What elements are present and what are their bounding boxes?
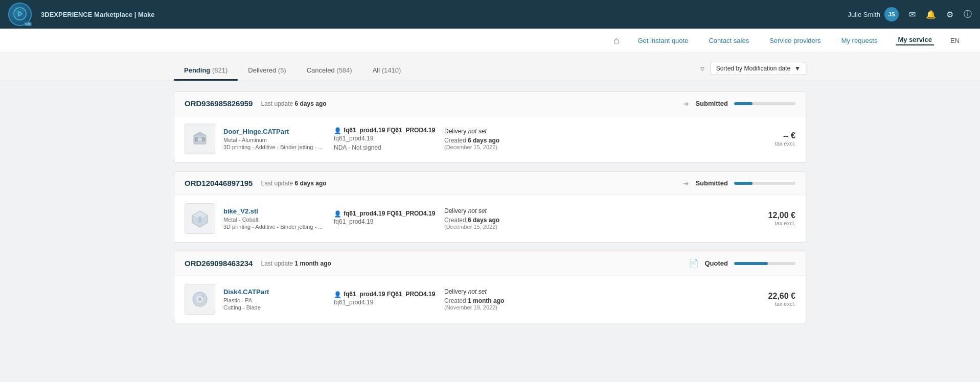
order-card: ORD269098463234 Last update 1 month ago … (174, 251, 806, 323)
item-created: Created 6 days ago (444, 137, 536, 144)
tabs-right: ▿ Sorted by Modification date ▼ (700, 62, 806, 80)
item-provider: 👤 fq61_prod4.19 FQ61_PROD4.19 fq61_prod4… (334, 291, 436, 308)
item-provider: 👤 fq61_prod4.19 FQ61_PROD4.19 fq61_prod4… (334, 127, 436, 151)
item-price-tax: tax excl. (775, 140, 795, 147)
order-progress-bar (734, 102, 795, 105)
subnav-item-service-providers[interactable]: Service providers (767, 37, 823, 44)
order-id: ORD120446897195 (185, 179, 253, 187)
order-progress-fill (734, 262, 768, 265)
svg-point-2 (18, 12, 21, 15)
item-thumbnail (185, 284, 215, 315)
order-header[interactable]: ORD269098463234 Last update 1 month ago … (174, 251, 806, 276)
item-details: Door_Hinge.CATPart Metal - Aluminum 3D p… (223, 128, 326, 150)
order-update: Last update 1 month ago (261, 260, 331, 267)
provider-icon: 👤 (334, 291, 341, 298)
bell-icon[interactable]: 🔔 (926, 10, 936, 19)
order-status-area: ➜ Submitted (683, 100, 795, 108)
item-material: Plastic - PA (223, 297, 326, 303)
filter-icon[interactable]: ▿ (700, 64, 704, 74)
chat-icon[interactable]: ✉ (909, 10, 916, 19)
item-price-tax: tax excl. (768, 220, 795, 226)
item-price-value: 12,00 € (768, 211, 795, 220)
order-progress-fill (734, 182, 753, 185)
order-progress-bar (734, 262, 795, 265)
tabs-area: Pending (821) Delivered (5) Canceled (58… (0, 53, 980, 81)
topbar-right: Julie Smith JS ✉ 🔔 ⚙ ⓘ (848, 7, 972, 21)
order-card: ORD936985826959 Last update 6 days ago ➜… (174, 91, 806, 163)
order-update: Last update 6 days ago (261, 180, 326, 187)
item-delivery-label: Delivery not set (444, 207, 536, 214)
item-name: Door_Hinge.CATPart (223, 128, 326, 135)
item-delivery-label: Delivery not set (444, 128, 536, 135)
order-update: Last update 6 days ago (261, 100, 326, 107)
home-icon[interactable]: ⌂ (614, 35, 620, 46)
help-icon[interactable]: ⓘ (964, 9, 972, 20)
subnav-item-my-service[interactable]: My service (896, 36, 934, 45)
subnav-item-contact-sales[interactable]: Contact sales (706, 37, 751, 44)
item-provider: 👤 fq61_prod4.19 FQ61_PROD4.19 fq61_prod4… (334, 210, 436, 227)
item-provider-id: fq61_prod4.19 (334, 135, 436, 142)
item-process: Cutting - Blade (223, 304, 326, 311)
item-process: 3D printing - Additive - Binder jetting … (223, 144, 326, 150)
order-card: ORD120446897195 Last update 6 days ago ➜… (174, 171, 806, 243)
status-arrow-icon: ➜ (683, 100, 689, 108)
item-date: (December 15, 2022) (444, 224, 536, 230)
tab-pending[interactable]: Pending (821) (174, 61, 238, 81)
item-details: bike_V2.stl Metal - Cobalt 3D printing -… (223, 207, 326, 230)
order-status-area: ➜ Submitted (683, 179, 795, 187)
subnav-item-my-requests[interactable]: My requests (839, 37, 880, 44)
svg-point-13 (198, 298, 201, 301)
user-avatar: JS (884, 7, 899, 21)
order-progress-bar (734, 182, 795, 185)
order-header[interactable]: ORD120446897195 Last update 6 days ago ➜… (174, 172, 806, 195)
sort-label: Sorted by Modification date (716, 65, 790, 72)
order-id: ORD269098463234 (185, 259, 253, 268)
tab-all[interactable]: All (1410) (362, 61, 412, 81)
provider-icon: 👤 (334, 210, 341, 218)
order-status-label: Submitted (695, 100, 728, 107)
order-header[interactable]: ORD936985826959 Last update 6 days ago ➜… (174, 92, 806, 115)
user-name: Julie Smith (848, 11, 880, 18)
tab-delivered[interactable]: Delivered (5) (238, 61, 296, 81)
sort-dropdown[interactable]: Sorted by Modification date ▼ (711, 62, 806, 75)
item-process: 3D printing - Additive - Binder jetting … (223, 224, 326, 230)
item-delivery: Delivery not set Created 1 month ago (No… (444, 288, 536, 311)
item-provider-name: fq61_prod4.19 FQ61_PROD4.19 (344, 127, 435, 134)
item-provider-name: fq61_prod4.19 FQ61_PROD4.19 (344, 210, 435, 217)
item-date: (November 19, 2022) (444, 304, 536, 311)
item-provider-id: fq61_prod4.19 (334, 218, 436, 225)
item-thumbnail (185, 124, 215, 154)
logo-version-badge: V.R (24, 22, 32, 26)
svg-rect-10 (198, 217, 201, 223)
lang-selector[interactable]: EN (950, 37, 960, 44)
item-price-value: 22,60 € (768, 292, 795, 301)
tab-canceled[interactable]: Canceled (584) (297, 61, 362, 81)
logo-icon: V.R (8, 3, 32, 26)
item-delivery-label: Delivery not set (444, 288, 536, 295)
item-date: (December 15, 2022) (444, 144, 536, 150)
order-item: Door_Hinge.CATPart Metal - Aluminum 3D p… (174, 115, 806, 162)
svg-point-14 (202, 295, 204, 297)
item-delivery: Delivery not set Created 6 days ago (Dec… (444, 207, 536, 230)
app-title: 3DEXPERIENCE Marketplace | Make (41, 11, 155, 18)
item-material: Metal - Cobalt (223, 217, 326, 223)
item-price-value: -- € (775, 131, 795, 140)
logo-area: V.R 3DEXPERIENCE Marketplace | Make (8, 3, 155, 26)
user-info: Julie Smith JS (848, 7, 899, 21)
item-delivery: Delivery not set Created 6 days ago (Dec… (444, 128, 536, 150)
settings-icon[interactable]: ⚙ (946, 10, 953, 19)
document-icon: 📄 (689, 258, 699, 268)
subnav-item-instant-quote[interactable]: Get instant quote (635, 37, 690, 44)
topbar: V.R 3DEXPERIENCE Marketplace | Make Juli… (0, 0, 980, 29)
item-name: bike_V2.stl (223, 207, 326, 215)
item-thumbnail (185, 203, 215, 234)
orders-container: ORD936985826959 Last update 6 days ago ➜… (0, 81, 980, 333)
order-item: bike_V2.stl Metal - Cobalt 3D printing -… (174, 195, 806, 242)
item-price-tax: tax excl. (768, 301, 795, 307)
dropdown-chevron-icon: ▼ (794, 65, 801, 72)
item-details: Disk4.CATPart Plastic - PA Cutting - Bla… (223, 288, 326, 311)
item-nda: NDA - Not signed (334, 144, 436, 151)
svg-rect-6 (198, 138, 202, 141)
order-status-area: 📄 Quoted (689, 258, 796, 268)
order-status-label: Submitted (695, 179, 728, 187)
